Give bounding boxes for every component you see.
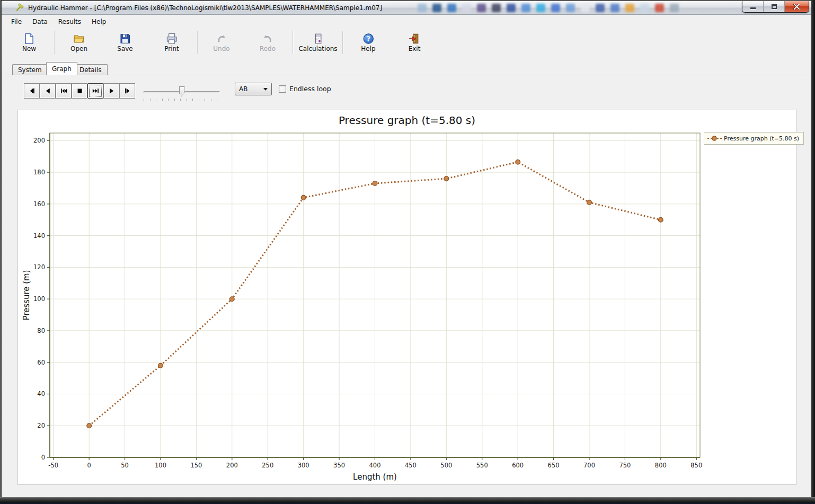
window-border-left [0,0,2,504]
caption-buttons [742,1,809,13]
minimize-icon [750,7,756,9]
ghost-icon [507,4,516,12]
play-backward-button[interactable] [40,83,56,99]
toolbar-button-label: Calculations [298,45,337,52]
toolbar: NewOpenSavePrintUndoRedoCalculations?Hel… [2,28,811,60]
skip-to-end-button[interactable] [87,83,103,99]
toolbar-button-label: Open [70,45,87,52]
svg-text:0: 0 [87,462,91,469]
tab-baseline [4,75,806,75]
save-toolbar-button[interactable]: Save [113,31,136,54]
svg-text:Length (m): Length (m) [353,472,397,482]
ghost-icon [462,4,471,12]
help-icon: ? [362,33,374,45]
menu-item-data[interactable]: Data [29,16,51,27]
menu-item-results[interactable]: Results [55,16,85,27]
svg-text:60: 60 [37,359,45,366]
svg-text:160: 160 [33,200,45,208]
svg-text:400: 400 [369,462,381,469]
range-dropdown[interactable]: AB [235,83,272,95]
toolbar-button-label: Exit [409,45,421,52]
save-icon [119,33,131,45]
svg-text:850: 850 [690,462,702,469]
skip-to-start-button[interactable] [56,83,72,99]
toolbar-separator [293,31,293,54]
tab-strip: SystemGraphDetails [2,62,811,76]
menu-item-file[interactable]: File [7,16,25,27]
svg-text:550: 550 [476,462,488,469]
svg-text:50: 50 [121,462,129,469]
help-toolbar-button[interactable]: ?Help [357,31,379,54]
svg-text:100: 100 [155,462,166,469]
open-toolbar-button[interactable]: Open [67,31,91,54]
svg-text:200: 200 [33,137,45,144]
previous-frame-button[interactable] [24,83,40,99]
svg-text:350: 350 [333,462,345,469]
chevron-down-icon [263,88,268,91]
svg-text:300: 300 [298,462,309,469]
toolbar-separator [342,31,343,54]
tab-system[interactable]: System [12,64,48,75]
minimize-button[interactable] [742,1,764,12]
toolbar-button-label: Help [361,45,375,52]
svg-text:Pressure (m): Pressure (m) [22,270,31,320]
background-taskbar-icons [418,4,679,12]
calculator-icon [312,33,324,45]
toolbar-button-label: Save [117,45,132,52]
application-window: { "window": { "title": "Hydraulic Hammer… [0,0,815,504]
toolbar-separator [197,31,198,54]
ghost-icon [477,4,486,12]
window-border-top [0,0,815,1]
legend-label: Pressure graph (t=5.80 s) [724,135,799,142]
hammer-icon [14,3,24,13]
svg-text:-50: -50 [48,462,58,469]
stop-button[interactable] [72,83,87,99]
tab-details[interactable]: Details [74,64,108,75]
tab-graph[interactable]: Graph [46,62,77,75]
ghost-icon [581,4,590,12]
ghost-icon [492,4,501,12]
endless-loop-checkbox[interactable] [279,85,286,93]
calculations-toolbar-button[interactable]: Calculations [295,31,341,54]
maximize-button[interactable] [764,1,785,12]
slider-ticks [144,99,220,101]
open-folder-icon [73,33,85,45]
print-toolbar-button[interactable]: Print [161,31,183,54]
svg-text:?: ? [366,35,370,43]
endless-loop-label: Endless loop [289,85,331,93]
ghost-icon [521,4,530,12]
svg-text:100: 100 [33,295,45,303]
svg-text:200: 200 [226,462,238,469]
svg-text:650: 650 [548,462,560,469]
exit-icon [409,33,420,45]
ghost-icon [596,4,605,12]
title-bar: Hydraulic Hammer - [C:\Program Files (x8… [2,1,811,15]
svg-text:40: 40 [37,390,45,397]
svg-text:140: 140 [33,232,45,240]
animation-slider[interactable] [142,82,222,103]
slider-thumb[interactable] [179,86,185,97]
ghost-icon [625,4,634,12]
window-title: Hydraulic Hammer - [C:\Program Files (x8… [28,4,382,12]
ghost-icon [536,4,545,12]
next-frame-button[interactable] [119,83,135,99]
ghost-icon [432,4,441,12]
range-dropdown-value: AB [239,85,247,93]
svg-text:750: 750 [619,462,631,469]
close-icon [793,4,800,10]
toolbar-button-label: Print [164,45,179,52]
new-toolbar-button[interactable]: New [19,31,40,54]
ghost-icon [566,4,575,12]
chart-legend: Pressure graph (t=5.80 s) [704,132,804,145]
menu-item-help[interactable]: Help [88,16,110,27]
chart-title: Pressure graph (t=5.80 s) [18,114,796,127]
svg-text:800: 800 [655,462,667,469]
exit-toolbar-button[interactable]: Exit [405,31,424,54]
close-button[interactable] [785,1,809,12]
maximize-icon [772,4,777,9]
ghost-icon [655,4,664,12]
ghost-icon [551,4,560,12]
content-background [2,485,811,497]
ghost-icon [447,4,456,12]
play-forward-button[interactable] [103,83,119,99]
